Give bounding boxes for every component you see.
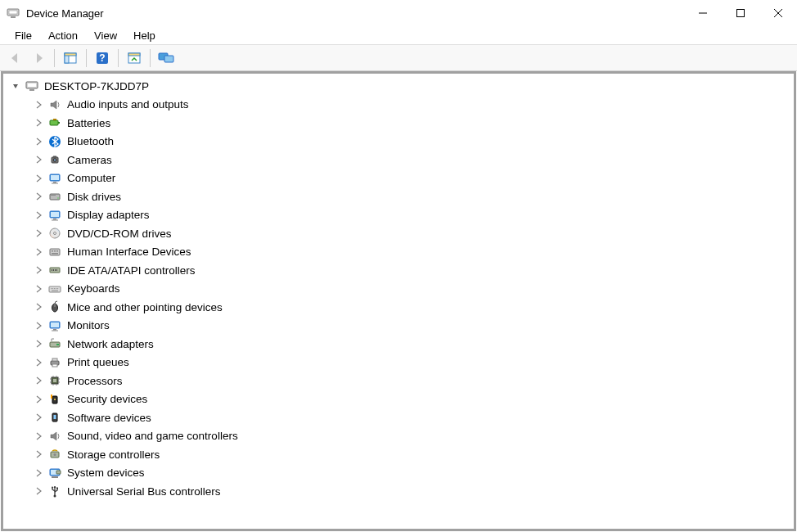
tree-node-label: Cameras bbox=[67, 154, 112, 166]
tree-node[interactable]: IDE ATA/ATAPI controllers bbox=[3, 261, 794, 280]
menu-file[interactable]: File bbox=[7, 28, 40, 43]
mouse-icon bbox=[47, 300, 62, 314]
chevron-right-icon[interactable] bbox=[33, 375, 44, 386]
tree-node[interactable]: Human Interface Devices bbox=[3, 243, 794, 262]
keyboard-icon bbox=[47, 282, 62, 296]
tree-node-label: Print queues bbox=[67, 356, 129, 368]
system-icon bbox=[47, 466, 62, 480]
tree-node[interactable]: Sound, video and game controllers bbox=[3, 427, 794, 446]
menu-action[interactable]: Action bbox=[40, 28, 86, 43]
help-button[interactable]: ? bbox=[92, 47, 113, 69]
tree-node[interactable]: Software devices bbox=[3, 408, 794, 427]
chevron-right-icon[interactable] bbox=[33, 191, 44, 202]
chevron-right-icon[interactable] bbox=[33, 117, 44, 128]
back-button[interactable] bbox=[5, 47, 26, 69]
chevron-right-icon[interactable] bbox=[33, 357, 44, 368]
chevron-right-icon[interactable] bbox=[33, 228, 44, 239]
tree-node[interactable]: Audio inputs and outputs bbox=[3, 96, 794, 115]
hid-icon bbox=[47, 245, 62, 259]
storage-icon bbox=[47, 447, 62, 462]
chevron-right-icon[interactable] bbox=[33, 246, 44, 258]
camera-icon bbox=[47, 152, 62, 167]
window-title: Device Manager bbox=[26, 7, 104, 20]
chevron-right-icon[interactable] bbox=[33, 301, 44, 313]
tree-node-label: Software devices bbox=[67, 412, 151, 424]
monitor-icon bbox=[47, 318, 62, 333]
tree-node[interactable]: Display adapters bbox=[3, 206, 794, 225]
svg-rect-15 bbox=[29, 89, 34, 91]
monitor-icon bbox=[47, 208, 62, 223]
tree-node[interactable]: System devices bbox=[3, 464, 794, 483]
ide-icon bbox=[47, 263, 62, 277]
tree-node[interactable]: DVD/CD-ROM drives bbox=[3, 224, 794, 243]
tree-node-label: Processors bbox=[67, 375, 123, 387]
tree-node[interactable]: Monitors bbox=[3, 317, 794, 336]
tree-node[interactable]: Security devices bbox=[3, 390, 794, 409]
chevron-right-icon[interactable] bbox=[33, 210, 44, 221]
minimize-button[interactable] bbox=[684, 0, 722, 26]
toolbar-separator bbox=[118, 49, 119, 67]
toolbar-separator bbox=[54, 49, 55, 67]
svg-rect-6 bbox=[65, 53, 76, 56]
bluetooth-icon bbox=[47, 134, 62, 149]
properties-button[interactable] bbox=[124, 47, 145, 69]
view-monitors-button[interactable] bbox=[155, 47, 177, 69]
close-button[interactable] bbox=[759, 0, 797, 26]
chevron-right-icon[interactable] bbox=[33, 485, 44, 497]
chevron-right-icon[interactable] bbox=[33, 99, 44, 110]
tree-pane[interactable]: DESKTOP-7KJDD7P Audio inputs and outputs… bbox=[1, 71, 796, 531]
tree-node[interactable]: Computer bbox=[3, 169, 794, 188]
menu-help[interactable]: Help bbox=[125, 28, 164, 43]
disk-icon bbox=[47, 189, 62, 204]
security-icon bbox=[47, 392, 62, 407]
toolbar: ? bbox=[0, 45, 797, 71]
showhide-tree-button[interactable] bbox=[60, 47, 81, 69]
tree-node[interactable]: Print queues bbox=[3, 354, 794, 372]
maximize-button[interactable] bbox=[722, 0, 759, 26]
chevron-right-icon[interactable] bbox=[33, 136, 44, 147]
tree-node[interactable]: Bluetooth bbox=[3, 133, 794, 151]
menu-bar: File Action View Help bbox=[0, 26, 797, 45]
svg-rect-10 bbox=[128, 53, 140, 56]
chevron-right-icon[interactable] bbox=[33, 173, 44, 184]
tree-node-label: Network adapters bbox=[67, 338, 154, 350]
svg-rect-1 bbox=[9, 11, 17, 14]
software-icon bbox=[47, 410, 62, 425]
tree-node-label: Monitors bbox=[67, 319, 110, 331]
tree-node-label: Security devices bbox=[67, 393, 147, 405]
chevron-right-icon[interactable] bbox=[33, 338, 44, 349]
chevron-right-icon[interactable] bbox=[33, 431, 44, 442]
chevron-right-icon[interactable] bbox=[33, 320, 44, 331]
chevron-right-icon[interactable] bbox=[33, 467, 44, 479]
chevron-right-icon[interactable] bbox=[33, 449, 44, 460]
forward-button[interactable] bbox=[28, 47, 49, 69]
tree-node[interactable]: Mice and other pointing devices bbox=[3, 298, 794, 317]
tree-root[interactable]: DESKTOP-7KJDD7P bbox=[3, 77, 794, 96]
menu-view[interactable]: View bbox=[86, 28, 125, 43]
tree-node-label: Bluetooth bbox=[67, 135, 114, 147]
computer-icon bbox=[25, 79, 39, 93]
tree-node[interactable]: Network adapters bbox=[3, 335, 794, 354]
tree-node-label: Display adapters bbox=[67, 209, 150, 221]
printer-icon bbox=[47, 355, 62, 370]
tree-node-label: Storage controllers bbox=[67, 449, 160, 461]
tree-node[interactable]: Disk drives bbox=[3, 187, 794, 206]
tree-node[interactable]: Keyboards bbox=[3, 280, 794, 299]
tree-node[interactable]: Cameras bbox=[3, 151, 794, 169]
chevron-right-icon[interactable] bbox=[33, 264, 44, 276]
network-icon bbox=[47, 336, 62, 351]
tree-node[interactable]: Universal Serial Bus controllers bbox=[3, 482, 794, 501]
chevron-right-icon[interactable] bbox=[33, 154, 44, 165]
chevron-right-icon[interactable] bbox=[33, 412, 44, 423]
window-controls bbox=[684, 0, 797, 26]
tree-node-label: Sound, video and game controllers bbox=[67, 430, 238, 442]
chevron-down-icon[interactable] bbox=[10, 80, 21, 92]
monitor-icon bbox=[47, 171, 62, 186]
tree-node[interactable]: Storage controllers bbox=[3, 445, 794, 464]
chevron-right-icon[interactable] bbox=[33, 394, 44, 405]
tree-node[interactable]: Batteries bbox=[3, 114, 794, 133]
svg-text:?: ? bbox=[99, 52, 105, 64]
chevron-right-icon[interactable] bbox=[33, 283, 44, 295]
tree-node[interactable]: Processors bbox=[3, 372, 794, 390]
tree-node-label: System devices bbox=[67, 467, 145, 479]
